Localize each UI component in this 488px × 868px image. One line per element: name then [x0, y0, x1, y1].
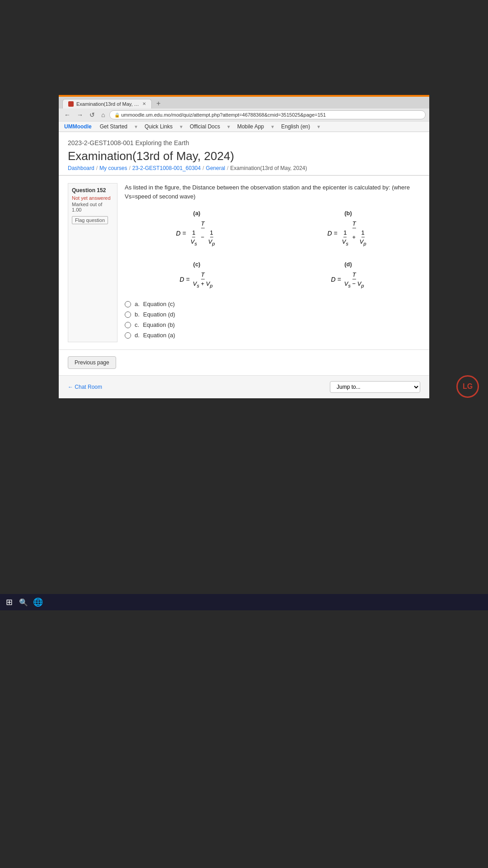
radio-d[interactable] [125, 332, 131, 339]
equation-a-label: (a) [128, 210, 265, 217]
radio-b[interactable] [125, 311, 131, 318]
question-text: As listed in the figure, the Distance be… [125, 183, 420, 201]
forward-button[interactable]: → [75, 110, 85, 119]
chrome-browser-icon[interactable]: 🌐 [33, 597, 43, 608]
address-bar[interactable]: 🔒 ummoodle.um.edu.mo/mod/quiz/attempt.ph… [109, 110, 426, 119]
equation-b-label: (b) [280, 210, 417, 217]
answer-d-letter: d. [135, 332, 140, 339]
answer-choice-d[interactable]: d. Equation (a) [125, 332, 420, 339]
search-button[interactable]: 🔍 [18, 597, 29, 608]
answer-c-text: Equation (b) [143, 321, 175, 328]
active-tab[interactable]: Examination(13rd of May, 2024) ✕ [62, 99, 152, 108]
get-started-menu[interactable]: Get Started [98, 123, 129, 131]
equation-c-formula: D = T Vs + Vp [128, 271, 265, 288]
radio-c[interactable] [125, 322, 131, 328]
question-area: Question 152 Not yet answered Marked out… [59, 175, 429, 349]
bottom-nav: Previous page [59, 349, 429, 375]
question-status: Not yet answered [72, 195, 113, 201]
question-number-label: Question 152 [72, 187, 113, 193]
equation-b-formula: D = T 1 Vs + [280, 220, 417, 246]
answer-choice-a[interactable]: a. Equation (c) [125, 301, 420, 307]
windows-start-button[interactable]: ⊞ [4, 597, 14, 608]
ummoodle-brand[interactable]: UMMoodle [62, 123, 94, 131]
home-button[interactable]: ⌂ [99, 110, 107, 119]
page-title: Examination(13rd of May, 2024) [68, 149, 420, 163]
language-menu[interactable]: English (en) [279, 123, 312, 131]
flag-question-button[interactable]: Flag question [72, 216, 108, 224]
answer-choices: a. Equation (c) b. Equation (d) c. Equat… [125, 301, 420, 339]
answer-choice-c[interactable]: c. Equation (b) [125, 321, 420, 328]
monitor-screen: Examination(13rd of May, 2024) ✕ + ← → ↺… [59, 95, 429, 398]
taskbar: ⊞ 🔍 🌐 [0, 594, 488, 610]
equation-d-formula: D = T Vs − Vp [280, 271, 417, 288]
equation-a-formula: D = T 1 Vs − [128, 220, 265, 246]
breadcrumb-general[interactable]: General [206, 165, 225, 171]
question-body: As listed in the figure, the Distance be… [125, 183, 420, 342]
equation-d-box: (d) D = T Vs − Vp [276, 257, 420, 292]
question-marks-label: Marked out of 1.00 [72, 202, 113, 212]
back-button[interactable]: ← [62, 110, 72, 119]
breadcrumb-course[interactable]: 23-2-GEST1008-001_60304 [132, 165, 201, 171]
breadcrumb: Dashboard / My courses / 23-2-GEST1008-0… [68, 165, 420, 171]
previous-page-button[interactable]: Previous page [68, 356, 116, 369]
browser-menu-bar: UMMoodle Get Started ▼ Quick Links ▼ Off… [59, 121, 429, 132]
jump-to-select[interactable]: Jump to... [330, 381, 420, 393]
quick-links-menu[interactable]: Quick Links [143, 123, 174, 131]
equation-c-box: (c) D = T Vs + Vp [125, 257, 269, 292]
answer-d-text: Equation (a) [143, 332, 175, 339]
mobile-app-menu[interactable]: Mobile App [235, 123, 266, 131]
equation-b-box: (b) D = T 1 Vs [276, 206, 420, 250]
equation-c-label: (c) [128, 261, 265, 268]
answer-a-text: Equation (c) [143, 301, 175, 307]
tab-title: Examination(13rd of May, 2024) [76, 101, 140, 107]
footer-nav: ← Chat Room Jump to... [59, 375, 429, 398]
question-info-box: Question 152 Not yet answered Marked out… [68, 183, 117, 342]
page-content: 2023-2-GEST1008-001 Exploring the Earth … [59, 132, 429, 398]
reload-button[interactable]: ↺ [88, 110, 97, 119]
equation-d-label: (d) [280, 261, 417, 268]
equations-grid: (a) D = T 1 Vs [125, 206, 420, 292]
lg-logo: LG [456, 375, 479, 398]
tab-favicon [68, 101, 74, 107]
official-docs-menu[interactable]: Official Docs [188, 123, 222, 131]
answer-choice-b[interactable]: b. Equation (d) [125, 311, 420, 318]
url-text: ummoodle.um.edu.mo/mod/quiz/attempt.php?… [121, 112, 326, 118]
breadcrumb-dashboard[interactable]: Dashboard [68, 165, 94, 171]
breadcrumb-mycourses[interactable]: My courses [99, 165, 127, 171]
address-bar-row: ← → ↺ ⌂ 🔒 ummoodle.um.edu.mo/mod/quiz/at… [59, 108, 429, 121]
tab-close-button[interactable]: ✕ [142, 101, 146, 106]
tab-bar: Examination(13rd of May, 2024) ✕ + [59, 97, 429, 108]
answer-b-letter: b. [135, 311, 140, 318]
page-title-section: 2023-2-GEST1008-001 Exploring the Earth … [59, 132, 429, 175]
equation-a-box: (a) D = T 1 Vs [125, 206, 269, 250]
course-title: 2023-2-GEST1008-001 Exploring the Earth [68, 139, 420, 146]
radio-a[interactable] [125, 301, 131, 307]
new-tab-button[interactable]: + [154, 99, 163, 108]
answer-b-text: Equation (d) [143, 311, 175, 318]
chat-room-link[interactable]: ← Chat Room [68, 384, 102, 390]
breadcrumb-exam: Examination(13rd of May, 2024) [230, 165, 307, 171]
answer-a-letter: a. [135, 301, 140, 307]
browser-chrome: Examination(13rd of May, 2024) ✕ + ← → ↺… [59, 97, 429, 132]
answer-c-letter: c. [135, 321, 139, 328]
